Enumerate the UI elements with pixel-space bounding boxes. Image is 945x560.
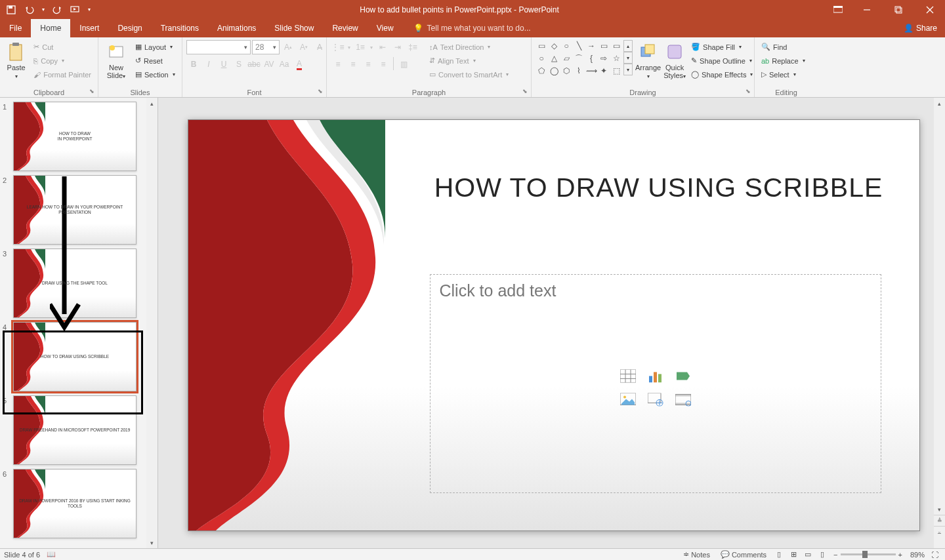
tab-review[interactable]: Review — [323, 19, 367, 37]
shadow-icon[interactable]: S — [232, 57, 246, 71]
slide-title[interactable]: HOW TO DRAW USING SCRIBBLE — [425, 172, 893, 203]
thumbnail-slide-3[interactable]: 3 DRAW USING THE SHAPE TOOL — [3, 249, 144, 318]
zoom-slider[interactable]: − + — [833, 551, 902, 559]
insert-online-picture-icon[interactable] — [645, 390, 666, 409]
thumbnail-preview[interactable]: DRAW FREEHAND IN MICROSOFT POWERPOINT 20… — [13, 395, 136, 465]
tab-view[interactable]: View — [368, 19, 403, 37]
shape-rect-icon[interactable]: ▭ — [536, 40, 547, 52]
bullets-icon[interactable]: ⋮≡ — [331, 40, 345, 54]
shape-para-icon[interactable]: ▱ — [560, 52, 572, 64]
shape-s7-icon[interactable]: ⬚ — [610, 65, 622, 77]
maximize-icon[interactable] — [883, 0, 914, 19]
insert-video-icon[interactable] — [673, 390, 694, 409]
paste-button[interactable]: Paste▾ — [4, 40, 28, 80]
qat-more-icon[interactable]: ▾ — [85, 2, 93, 18]
scroll-up-icon[interactable]: ▴ — [146, 98, 158, 109]
thumbnail-slide-1[interactable]: 1 HOW TO DRAWIN POWERPOINT — [3, 102, 144, 171]
replace-button[interactable]: abReplace▾ — [759, 54, 808, 68]
justify-icon[interactable]: ≡ — [376, 57, 390, 71]
shape-arrow-icon[interactable]: → — [585, 40, 597, 52]
next-slide-icon[interactable]: ⩡ — [934, 526, 945, 537]
shape-rect3-icon[interactable]: ▭ — [610, 40, 622, 52]
text-direction-button[interactable]: ↕AText Direction▾ — [427, 40, 511, 54]
tell-me-search[interactable]: 💡 Tell me what you want to do... — [403, 19, 531, 37]
scroll-down-icon[interactable]: ▾ — [146, 537, 158, 548]
thumbnail-preview[interactable]: DRAW USING THE SHAPE TOOL — [13, 249, 136, 318]
shape-s6-icon[interactable]: ✦ — [598, 65, 610, 77]
fit-to-window-icon[interactable]: ⛶ — [929, 551, 941, 559]
thumbnail-slide-6[interactable]: 6 DRAW IN POWERPOINT 2016 BY USING START… — [3, 469, 144, 538]
cut-button[interactable]: ✂Cut — [31, 40, 94, 54]
format-painter-button[interactable]: 🖌Format Painter — [31, 68, 94, 81]
zoom-track[interactable] — [841, 553, 896, 555]
shape-arrow2-icon[interactable]: ⇨ — [598, 52, 610, 64]
shape-outline-button[interactable]: ✎Shape Outline▾ — [688, 54, 755, 68]
align-right-icon[interactable]: ≡ — [361, 57, 375, 71]
ribbon-display-icon[interactable] — [826, 0, 850, 19]
shape-s1-icon[interactable]: ⬠ — [536, 65, 547, 77]
gallery-down-icon[interactable]: ▾ — [623, 52, 633, 64]
thumbnail-slide-4[interactable]: 4 HOW TO DRAW USING SCRIBBLE — [3, 322, 144, 391]
zoom-percent[interactable]: 89% — [906, 551, 929, 559]
shape-callout-icon[interactable]: ◇ — [548, 40, 560, 52]
clipboard-launcher-icon[interactable]: ⬊ — [88, 88, 96, 96]
shape-s2-icon[interactable]: ◯ — [548, 65, 560, 77]
slide-counter[interactable]: Slide 4 of 6 — [4, 551, 47, 559]
tab-home[interactable]: Home — [31, 19, 70, 37]
underline-icon[interactable]: U — [217, 57, 231, 71]
font-size-input[interactable] — [253, 43, 270, 52]
prev-slide-icon[interactable]: ≜ — [934, 515, 945, 526]
shape-s3-icon[interactable]: ⬡ — [560, 65, 572, 77]
slideshow-view-icon[interactable]: ▯ — [815, 549, 830, 561]
insert-smartart-icon[interactable] — [673, 367, 694, 385]
increase-indent-icon[interactable]: ⇥ — [390, 40, 405, 54]
change-case-icon[interactable]: Aa — [277, 57, 291, 71]
line-spacing-icon[interactable]: ‡≡ — [406, 40, 420, 54]
layout-button[interactable]: ▦Layout▾ — [133, 40, 178, 54]
notes-button[interactable]: ≑Notes — [678, 549, 715, 560]
normal-view-icon[interactable]: ▯ — [772, 549, 786, 561]
select-button[interactable]: ▷Select▾ — [759, 68, 808, 81]
content-placeholder[interactable]: Click to add text — [430, 274, 881, 493]
shape-brace-icon[interactable]: { — [585, 52, 597, 64]
bold-icon[interactable]: B — [186, 57, 201, 71]
gallery-more-icon[interactable]: ▾ — [623, 64, 633, 75]
gallery-up-icon[interactable]: ▴ — [623, 40, 633, 52]
reset-button[interactable]: ↺Reset — [133, 54, 178, 68]
thumbnail-slide-2[interactable]: 2 LEARN HOW TO DRAW IN YOUR POWERPOINT P… — [3, 175, 144, 245]
insert-table-icon[interactable] — [618, 367, 639, 385]
comments-button[interactable]: 💬Comments — [715, 549, 772, 560]
decrease-indent-icon[interactable]: ⇤ — [375, 40, 390, 54]
zoom-thumb[interactable] — [862, 551, 868, 558]
font-color-icon[interactable]: A — [292, 57, 306, 71]
italic-icon[interactable]: I — [201, 57, 216, 71]
tab-design[interactable]: Design — [108, 19, 151, 37]
convert-smartart-button[interactable]: ▭Convert to SmartArt▾ — [427, 68, 511, 81]
insert-chart-icon[interactable] — [645, 367, 666, 385]
tab-transitions[interactable]: Transitions — [152, 19, 208, 37]
redo-icon[interactable] — [49, 2, 66, 18]
shape-s4-icon[interactable]: ⌇ — [573, 65, 585, 77]
thumbnail-slide-5[interactable]: 5 DRAW FREEHAND IN MICROSOFT POWERPOINT … — [3, 395, 144, 465]
align-left-icon[interactable]: ≡ — [331, 57, 345, 71]
clear-formatting-icon[interactable]: A̶ — [312, 40, 327, 54]
paragraph-launcher-icon[interactable]: ⬊ — [521, 88, 529, 96]
slide-canvas[interactable]: HOW TO DRAW USING SCRIBBLE Click to add … — [188, 119, 920, 531]
font-name-combo[interactable]: ▾ — [186, 40, 251, 54]
font-launcher-icon[interactable]: ⬊ — [316, 88, 324, 96]
thumbnail-scrollbar[interactable]: ▴ ▾ — [146, 98, 158, 548]
scroll-down-icon[interactable]: ▾ — [934, 504, 945, 515]
numbering-more-icon[interactable]: ▾ — [368, 40, 375, 54]
shape-tri-icon[interactable]: △ — [548, 52, 560, 64]
align-text-button[interactable]: ⇵Align Text▾ — [427, 54, 511, 68]
share-button[interactable]: 👤 Share — [904, 19, 945, 37]
new-slide-button[interactable]: New Slide▾ — [102, 40, 130, 80]
section-button[interactable]: ▤Section▾ — [133, 68, 178, 81]
font-size-combo[interactable]: ▾ — [252, 40, 280, 54]
find-button[interactable]: 🔍Find — [759, 40, 808, 54]
copy-button[interactable]: ⎘Copy▾ — [31, 54, 94, 68]
tab-file[interactable]: File — [0, 19, 31, 37]
thumbnail-preview[interactable]: HOW TO DRAWIN POWERPOINT — [13, 102, 136, 171]
shape-star-icon[interactable]: ☆ — [610, 52, 622, 64]
arrange-button[interactable]: Arrange▾ — [635, 40, 661, 80]
